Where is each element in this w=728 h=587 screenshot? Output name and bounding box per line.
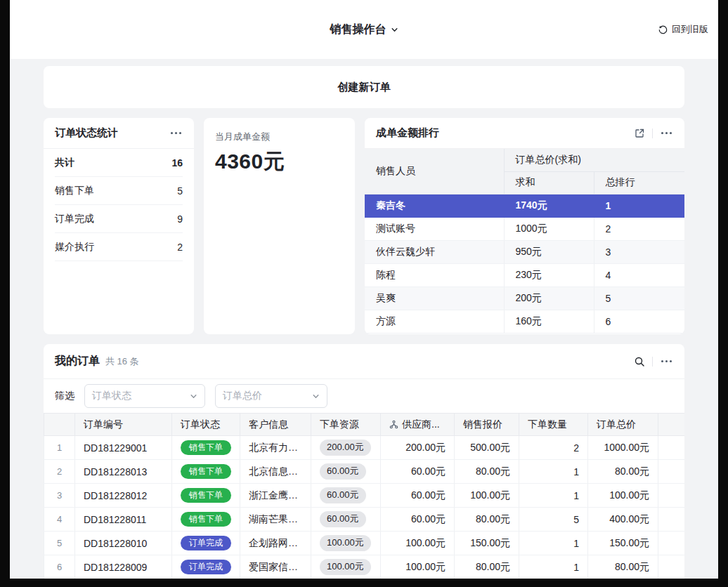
customer-cell: 北京信息大... — [240, 460, 311, 484]
qty-cell: 1 — [519, 460, 588, 484]
status-badge: 订单完成 — [181, 560, 231, 575]
orders-table: 订单编号 订单状态 客户信息 下单资源 供应商... — [44, 413, 684, 579]
order-id-cell: DD181228013 — [75, 460, 172, 484]
app-window: 销售操作台 回到旧版 创建新订单 订单状态统计 — [10, 0, 718, 579]
status-badge: 销售下单 — [181, 464, 231, 480]
select-placeholder: 订单状态 — [92, 390, 131, 402]
column-header-total-group[interactable]: 订单总价(求和) — [504, 149, 684, 171]
qty-cell: 1 — [519, 484, 588, 508]
ranking-row[interactable]: 伙伴云魏少轩 950元 3 — [365, 240, 684, 263]
status-badge: 销售下单 — [181, 488, 231, 503]
column-header-sum[interactable]: 求和 — [504, 171, 594, 194]
column-header-supplier[interactable]: 供应商... — [381, 414, 455, 436]
order-status-filter-select[interactable]: 订单状态 — [84, 384, 205, 408]
chevron-down-icon — [190, 393, 197, 400]
rank-value: 1 — [594, 194, 684, 217]
stat-label: 销售下单 — [55, 185, 94, 197]
rank-value: 4 — [594, 263, 684, 286]
stat-row: 共计 16 — [55, 149, 183, 177]
sum-value: 160元 — [504, 310, 594, 333]
row-index: 6 — [44, 555, 75, 579]
search-icon[interactable] — [634, 356, 645, 367]
column-header-resource[interactable]: 下单资源 — [311, 414, 381, 436]
more-icon[interactable] — [665, 360, 668, 362]
orders-title: 我的订单 — [55, 354, 100, 369]
ranking-row[interactable]: 测试账号 1000元 2 — [365, 217, 684, 240]
person-name: 陈程 — [365, 263, 504, 286]
column-header-order-id[interactable]: 订单编号 — [75, 414, 172, 436]
tail-cell — [658, 484, 685, 508]
column-header-status[interactable]: 订单状态 — [172, 414, 240, 436]
table-row[interactable]: 5 DD181228010 订单完成 企划路网络... 100.00元 100.… — [44, 532, 685, 555]
create-new-order-button[interactable]: 创建新订单 — [44, 66, 684, 108]
customer-cell: 爱国家信息... — [240, 555, 311, 579]
stat-value: 16 — [171, 157, 183, 169]
supplier-cell: 60.00元 — [381, 508, 455, 532]
table-row[interactable]: 1 DD181229001 销售下单 北京有力量... 200.00元 200.… — [44, 436, 685, 460]
column-header-rank[interactable]: 总排行 — [594, 171, 684, 194]
status-badge: 订单完成 — [181, 536, 231, 551]
sum-value: 200元 — [504, 286, 594, 310]
order-total-filter-select[interactable]: 订单总价 — [215, 384, 327, 408]
tail-cell — [658, 555, 685, 579]
export-icon[interactable] — [634, 128, 645, 139]
column-header-qty[interactable]: 下单数量 — [519, 414, 588, 436]
qty-cell: 1 — [519, 555, 588, 579]
total-cell: 150.00元 — [588, 532, 658, 555]
status-badge: 销售下单 — [181, 440, 231, 456]
topbar: 销售操作台 回到旧版 — [10, 0, 718, 59]
amount-label: 当月成单金额 — [215, 131, 344, 143]
status-badge: 销售下单 — [181, 512, 231, 527]
monthly-amount-card: 当月成单金额 4360元 — [204, 118, 355, 334]
back-to-old-version-button[interactable]: 回到旧版 — [658, 23, 708, 36]
table-row[interactable]: 6 DD181228009 订单完成 爱国家信息... 100.00元 100.… — [44, 555, 685, 579]
column-header-total[interactable]: 订单总价 — [588, 414, 658, 436]
my-orders-card: 我的订单 共 16 条 筛选 订单状态 — [44, 344, 684, 579]
stat-value: 9 — [177, 213, 183, 225]
order-id-cell: DD181228012 — [75, 484, 172, 508]
table-row[interactable]: 4 DD181228011 销售下单 湖南芒果娱... 60.00元 60.00… — [44, 508, 685, 532]
workspace-switcher[interactable]: 销售操作台 — [330, 22, 398, 37]
column-header-person[interactable]: 销售人员 — [365, 149, 504, 194]
column-header-index — [44, 414, 75, 436]
qty-cell: 2 — [519, 436, 588, 460]
tail-cell — [658, 436, 685, 460]
ranking-row[interactable]: 陈程 230元 4 — [365, 263, 684, 286]
supplier-cell: 60.00元 — [381, 484, 455, 508]
relation-icon — [389, 420, 398, 429]
person-name: 测试账号 — [365, 217, 504, 240]
rank-value: 3 — [594, 240, 684, 263]
supplier-cell: 100.00元 — [381, 555, 455, 579]
sum-value: 950元 — [504, 240, 594, 263]
sum-value: 1740元 — [504, 194, 594, 217]
history-back-icon — [658, 25, 668, 35]
row-index: 4 — [44, 508, 75, 532]
table-row[interactable]: 3 DD181228012 销售下单 浙江金鹰卡... 60.00元 60.00… — [44, 484, 685, 508]
ranking-row[interactable]: 吴爽 200元 5 — [365, 286, 684, 310]
stat-label: 共计 — [55, 157, 74, 169]
select-placeholder: 订单总价 — [223, 390, 262, 402]
ranking-row[interactable]: 方源 160元 6 — [365, 310, 684, 333]
more-icon[interactable] — [665, 132, 668, 134]
total-cell: 1000.00元 — [588, 436, 658, 460]
supplier-cell: 60.00元 — [381, 460, 455, 484]
ranking-card-title: 成单金额排行 — [376, 126, 439, 140]
more-icon[interactable] — [175, 132, 177, 134]
table-row[interactable]: 2 DD181228013 销售下单 北京信息大... 60.00元 60.00… — [44, 460, 685, 484]
order-status-stats-card: 订单状态统计 共计 16 销售下单 5 订单完成 9 — [44, 118, 194, 334]
tail-cell — [658, 460, 685, 484]
quote-cell: 80.00元 — [455, 555, 519, 579]
tail-cell — [658, 508, 685, 532]
column-header-customer[interactable]: 客户信息 — [240, 414, 311, 436]
tail-cell — [658, 532, 685, 555]
person-name: 吴爽 — [365, 286, 504, 310]
resource-pill: 100.00元 — [320, 535, 371, 551]
column-header-quote[interactable]: 销售报价 — [455, 414, 519, 436]
resource-pill: 100.00元 — [320, 559, 371, 575]
stat-row: 媒介执行 2 — [55, 233, 183, 261]
stat-row: 订单完成 9 — [55, 205, 183, 233]
sum-value: 1000元 — [504, 217, 594, 240]
quote-cell: 100.00元 — [455, 484, 519, 508]
ranking-row[interactable]: 秦吉冬 1740元 1 — [365, 194, 684, 217]
filter-label: 筛选 — [55, 390, 74, 402]
